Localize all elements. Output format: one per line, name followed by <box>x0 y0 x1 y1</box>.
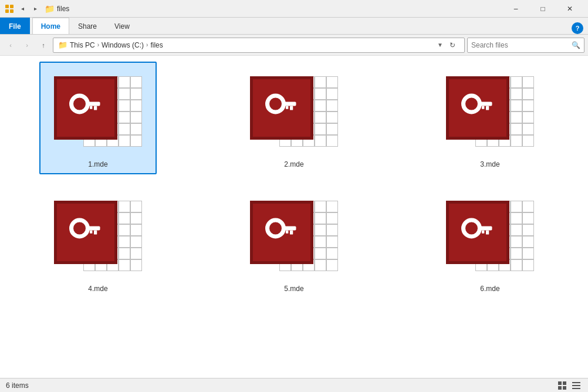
svg-point-29 <box>272 225 279 232</box>
key-svg <box>65 212 106 253</box>
svg-rect-42 <box>558 386 562 390</box>
address-bar[interactable]: 📁 This PC › Windows (C:) › files ▼ ↻ <box>53 38 465 53</box>
title-bar-icons: ◂ ▸ <box>5 4 40 13</box>
svg-point-35 <box>468 225 475 232</box>
svg-rect-46 <box>572 388 580 389</box>
svg-rect-38 <box>482 231 484 234</box>
svg-rect-20 <box>482 106 484 109</box>
help-button[interactable]: ? <box>572 22 583 34</box>
details-view-button[interactable] <box>570 380 582 391</box>
breadcrumb-part-files: files <box>150 41 163 49</box>
sep-1: › <box>97 42 99 48</box>
file-label: 6.mde <box>480 285 499 293</box>
file-label: 2.mde <box>284 160 303 168</box>
svg-rect-43 <box>563 386 566 390</box>
main-area: 1.mde <box>0 56 588 378</box>
svg-rect-25 <box>94 231 97 235</box>
svg-rect-18 <box>478 102 492 106</box>
mde-icon <box>446 67 534 156</box>
mde-icon <box>54 67 142 156</box>
forward-small-icon: ▸ <box>31 4 40 13</box>
file-item[interactable]: 1.mde <box>39 62 157 174</box>
svg-rect-32 <box>286 231 288 234</box>
tab-view[interactable]: View <box>106 18 138 34</box>
svg-point-11 <box>272 100 279 107</box>
up-button[interactable]: ↑ <box>36 38 50 52</box>
svg-point-5 <box>76 100 83 107</box>
svg-rect-7 <box>94 106 97 110</box>
address-row: ‹ › ↑ 📁 This PC › Windows (C:) › files ▼… <box>0 35 588 56</box>
mde-icon <box>54 192 142 280</box>
key-svg <box>457 87 498 129</box>
forward-button[interactable]: › <box>20 38 34 52</box>
tab-file[interactable]: File <box>0 18 30 34</box>
status-bar: 6 items <box>0 378 588 392</box>
svg-rect-30 <box>282 227 296 231</box>
mde-icon <box>250 192 338 280</box>
address-dropdown-arrow[interactable]: ▼ <box>437 42 443 48</box>
svg-rect-14 <box>286 106 288 109</box>
tab-home[interactable]: Home <box>32 18 69 34</box>
search-icon: 🔍 <box>572 41 580 49</box>
svg-rect-19 <box>486 106 489 110</box>
mde-icon <box>446 192 534 280</box>
svg-rect-8 <box>90 106 92 109</box>
svg-rect-3 <box>10 9 13 13</box>
item-count: 6 items <box>6 381 29 390</box>
svg-rect-13 <box>290 106 293 110</box>
svg-rect-6 <box>86 102 100 106</box>
window-controls: – □ ✕ <box>502 0 583 18</box>
breadcrumb-part-drive: Windows (C:) <box>102 41 144 49</box>
svg-rect-41 <box>563 381 566 385</box>
search-box[interactable]: 🔍 <box>467 38 584 53</box>
svg-rect-31 <box>290 231 293 235</box>
ribbon: File Home Share View ? <box>0 18 588 35</box>
svg-point-23 <box>76 225 83 232</box>
file-label: 1.mde <box>88 160 107 168</box>
svg-rect-0 <box>5 5 9 8</box>
svg-rect-26 <box>90 231 92 234</box>
file-item[interactable]: 5.mde <box>235 186 353 299</box>
svg-rect-40 <box>558 381 562 385</box>
sep-2: › <box>146 42 148 48</box>
file-item[interactable]: 2.mde <box>235 62 353 174</box>
title-bar: ◂ ▸ 📁 files – □ ✕ <box>0 0 588 18</box>
key-svg <box>65 87 106 129</box>
svg-point-17 <box>468 100 475 107</box>
close-button[interactable]: ✕ <box>556 0 583 18</box>
view-controls <box>556 380 582 391</box>
svg-rect-36 <box>478 227 492 231</box>
file-label: 5.mde <box>284 285 303 293</box>
refresh-button[interactable]: ↻ <box>445 38 459 52</box>
search-input[interactable] <box>471 41 572 49</box>
svg-rect-12 <box>282 102 296 106</box>
back-small-icon: ◂ <box>18 4 27 13</box>
key-svg <box>457 212 498 253</box>
file-item[interactable]: 4.mde <box>39 186 157 299</box>
minimize-button[interactable]: – <box>502 0 529 18</box>
window-icon <box>5 4 14 13</box>
svg-rect-37 <box>486 231 489 235</box>
key-svg <box>261 212 302 253</box>
folder-icon: 📁 <box>45 4 55 13</box>
large-icons-view-button[interactable] <box>556 380 568 391</box>
svg-rect-2 <box>5 9 9 13</box>
key-svg <box>261 87 302 129</box>
svg-rect-24 <box>86 227 100 231</box>
file-grid: 1.mde <box>0 56 588 378</box>
svg-rect-1 <box>10 5 13 8</box>
file-label: 3.mde <box>480 160 499 168</box>
file-item[interactable]: 6.mde <box>431 186 549 299</box>
file-label: 4.mde <box>88 285 107 293</box>
breadcrumb: 📁 This PC › Windows (C:) › files <box>58 40 163 49</box>
mde-icon <box>250 67 338 156</box>
breadcrumb-part-pc: This PC <box>70 41 95 49</box>
ribbon-tabs: File Home Share View ? <box>0 18 588 34</box>
file-item[interactable]: 3.mde <box>431 62 549 174</box>
maximize-button[interactable]: □ <box>529 0 556 18</box>
tab-share[interactable]: Share <box>69 18 106 34</box>
window-title: files <box>57 5 69 13</box>
svg-rect-44 <box>572 382 580 383</box>
back-button[interactable]: ‹ <box>4 38 18 52</box>
svg-rect-45 <box>572 385 580 386</box>
